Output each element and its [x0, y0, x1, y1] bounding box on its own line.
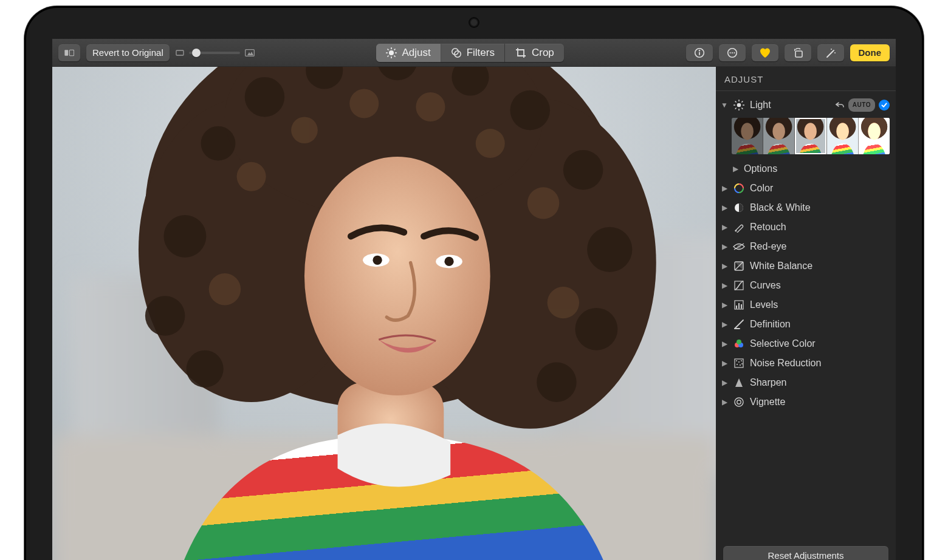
adj-red_eye[interactable]: ▶ Red-eye [716, 237, 896, 256]
svg-rect-95 [741, 304, 742, 309]
compare-view-button[interactable] [58, 44, 80, 61]
light-icon [733, 99, 745, 111]
zoom-slider[interactable] [176, 49, 255, 56]
mode-adjust[interactable]: Adjust [376, 44, 441, 62]
undo-icon[interactable] [835, 101, 845, 109]
done-button[interactable]: Done [850, 44, 890, 61]
info-button[interactable] [686, 44, 713, 61]
light-thumb[interactable] [794, 118, 826, 154]
svg-point-101 [738, 361, 740, 363]
revert-button[interactable]: Revert to Original [86, 44, 170, 61]
adj-definition[interactable]: ▶ Definition [716, 315, 896, 334]
svg-point-20 [731, 52, 732, 53]
adj-sharpen[interactable]: ▶ Sharpen [716, 373, 896, 392]
svg-rect-93 [736, 306, 737, 309]
svg-point-21 [733, 52, 735, 53]
svg-rect-99 [735, 359, 743, 367]
svg-rect-94 [738, 303, 740, 309]
light-thumb[interactable] [858, 118, 890, 154]
rotate-button[interactable] [785, 44, 811, 61]
favorite-button[interactable] [752, 44, 778, 61]
adj-label: White Balance [750, 260, 890, 272]
svg-point-103 [737, 364, 738, 365]
adj-label: Noise Reduction [750, 357, 890, 369]
chevron-right-icon: ▶ [721, 338, 728, 350]
compare-icon [64, 49, 74, 57]
adj-curves[interactable]: ▶ Curves [716, 276, 896, 295]
checked-indicator[interactable] [879, 100, 890, 111]
svg-point-23 [833, 50, 834, 51]
heart-icon [759, 47, 771, 58]
svg-point-60 [444, 257, 453, 266]
adj-retouch[interactable]: ▶ Retouch [716, 217, 896, 237]
svg-point-54 [548, 287, 579, 318]
svg-point-53 [209, 273, 241, 305]
screen: Revert to Original [52, 39, 896, 560]
photo-canvas[interactable] [52, 67, 716, 560]
adj-selective_color[interactable]: ▶ Selective Color [716, 334, 896, 353]
zoom-in-thumb-icon [245, 49, 255, 56]
adjust-sidebar: ADJUST ▼ [716, 67, 896, 560]
svg-point-102 [741, 360, 742, 361]
adj-vignette[interactable]: ▶ Vignette [716, 392, 896, 412]
filters-icon [451, 47, 462, 58]
chevron-right-icon: ▶ [721, 202, 728, 214]
light-thumb[interactable] [732, 118, 763, 154]
curves-icon [733, 279, 745, 292]
zoom-knob[interactable] [192, 49, 201, 57]
light-preview-strip[interactable]: <svg viewBox="0 0 40 60" preserveAspectR… [732, 118, 890, 154]
adj-light-options[interactable]: ▶ Options [716, 159, 896, 179]
adj-color[interactable]: ▶ Color [716, 179, 896, 198]
more-button[interactable] [719, 44, 746, 61]
color-icon [733, 182, 745, 194]
chevron-right-icon: ▶ [721, 182, 728, 194]
adj-light[interactable]: ▼ Light [716, 95, 896, 115]
wand-icon [825, 47, 837, 58]
levels-icon [733, 299, 745, 311]
more-icon [727, 47, 738, 58]
svg-line-66 [735, 101, 737, 103]
svg-rect-1 [69, 50, 74, 55]
svg-point-16 [698, 50, 699, 51]
chevron-right-icon: ▶ [721, 357, 728, 369]
adj-levels[interactable]: ▶ Levels [716, 295, 896, 315]
adj-white_balance[interactable]: ▶ White Balance [716, 256, 896, 276]
edit-mode-segmented: Adjust Filters [376, 44, 563, 62]
zoom-track[interactable] [189, 52, 240, 54]
mode-crop[interactable]: Crop [505, 44, 564, 62]
adj-noise_reduction[interactable]: ▶ Noise Reduction [716, 353, 896, 373]
vignette-icon [733, 396, 745, 408]
black-white-icon [733, 202, 745, 214]
crop-icon [515, 47, 527, 58]
svg-line-12 [388, 55, 389, 56]
light-thumb[interactable] [826, 118, 858, 154]
rotate-icon [792, 47, 804, 58]
mode-filters[interactable]: Filters [441, 44, 505, 62]
svg-point-49 [349, 89, 379, 118]
light-thumb[interactable] [763, 118, 794, 154]
chevron-right-icon: ▶ [721, 241, 728, 253]
svg-point-84 [868, 123, 880, 140]
svg-point-61 [737, 103, 741, 108]
sidebar-scroll[interactable]: ▼ Light [716, 91, 896, 540]
svg-point-25 [831, 49, 832, 50]
svg-point-19 [729, 52, 730, 53]
zoom-out-thumb-icon [176, 49, 184, 56]
svg-point-100 [736, 360, 737, 361]
adj-label: Selective Color [750, 338, 890, 350]
svg-point-39 [510, 90, 550, 131]
svg-point-44 [145, 296, 185, 336]
svg-point-24 [834, 52, 836, 53]
info-icon [694, 47, 705, 58]
svg-point-34 [201, 126, 236, 161]
svg-point-78 [805, 123, 817, 140]
auto-button[interactable]: AUTO [848, 98, 875, 112]
auto-enhance-button[interactable] [817, 44, 844, 61]
sidebar-header: ADJUST [716, 67, 896, 91]
chevron-right-icon: ▶ [721, 260, 728, 272]
retouch-icon [733, 221, 745, 233]
reset-adjustments-button[interactable]: Reset Adjustments [723, 546, 888, 560]
svg-point-48 [291, 117, 318, 143]
chevron-right-icon: ▶ [732, 163, 739, 175]
adj-black_white[interactable]: ▶ Black & White [716, 198, 896, 217]
